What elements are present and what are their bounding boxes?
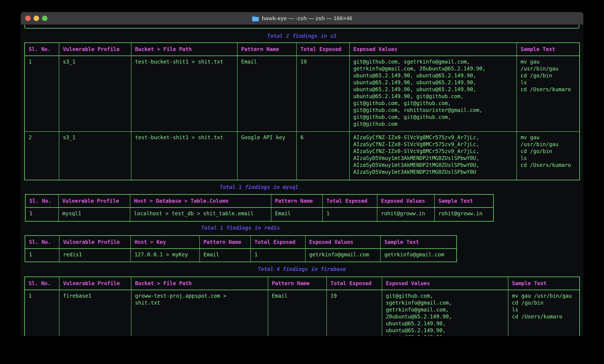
column-header: Host > Key [131,236,200,249]
table-cell: s3_1 [59,132,131,180]
screen-background: { "window": { "title": "hawk-eye — -zsh … [0,0,604,364]
table-cell: mv gau /usr/bin/gau cd /go/bin ls cd /Us… [517,56,580,132]
table-row: 1mysql1localhost > test_db > shit_table.… [25,208,493,221]
column-header: Total Exposed [323,195,377,208]
table-cell: rohit@groww.in [377,208,435,221]
close-button[interactable] [25,16,31,21]
table-cell: 1 [251,249,305,262]
terminal-window: hawk-eye — -zsh — zsh — 166×46 Total 2 f… [21,12,583,336]
table-cell: 1 [25,290,59,336]
table-cell: 19 [297,56,350,132]
table-cell: git@github.com, sgetrkinfo@gmail.com, ge… [350,56,517,132]
table-cell: 1 [25,56,59,132]
table-cell: test-bucket-shit1 > shit.txt [131,56,237,132]
table-cell: 1 [323,208,377,221]
findings-table-mysql: Sl. No.Vulnerable ProfileHost > Database… [25,194,494,222]
column-header: Exposed Values [350,43,517,56]
table-header-row: Sl. No.Vulnerable ProfileHost > KeyPatte… [25,236,457,249]
table-cell: test-bucket-shit1 > shit.txt [131,132,237,180]
window-title: hawk-eye — -zsh — zsh — 166×46 [262,15,352,22]
folder-icon [252,15,259,22]
terminal-content: Total 2 findings in s3Sl. No.Vulnerable … [21,25,583,336]
minimize-button[interactable] [34,16,39,21]
section-title-s3: Total 2 findings in s3 [24,33,579,39]
column-header: Vulnerable Profile [59,195,130,208]
table-cell: mysql1 [59,208,130,221]
column-header: Host > Database > Table.Column [130,195,271,208]
column-header: Bucket > File Path [131,43,237,56]
findings-table-redis: Sl. No.Vulnerable ProfileHost > KeyPatte… [25,235,457,262]
table-cell: s3_1 [59,56,131,132]
column-header: Exposed Values [382,277,508,290]
table-cell: rohit@groww.in [435,208,493,221]
table-cell: 127.0.0.1 > myKey [131,249,200,262]
column-header: Total Exposed [327,277,382,290]
column-header: Sample Text [435,195,493,208]
table-cell: mv gau /usr/bin/gau cd /go/bin ls cd /Us… [508,290,580,336]
zoom-button[interactable] [42,16,48,21]
table-cell: 2 [25,132,59,180]
table-cell: getrkinfo@gmail.com [305,249,380,262]
section-title-firebase: Total 4 findings in firebase [24,266,579,273]
column-header: Vulnerable Profile [59,43,131,56]
column-header: Vulnerable Profile [59,277,131,290]
column-header: Pattern Name [200,236,251,249]
column-header: Pattern Name [268,277,327,290]
table-row: 2s3_1test-bucket-shit1 > shit.txtGoogle … [25,132,580,180]
table-cell: 6 [297,132,350,180]
table-cell: git@github.com, sgetrkinfo@gmail.com, ge… [382,290,508,336]
column-header: Total Exposed [251,236,305,249]
column-header: Sl. No. [25,195,59,208]
table-cell: getrkinfo@gmail.com [380,249,457,262]
table-row: 1redis1127.0.0.1 > myKeyEmail1getrkinfo@… [25,249,457,262]
findings-table-firebase: Sl. No.Vulnerable ProfileBucket > File P… [24,276,580,336]
table-cell: 19 [327,290,382,336]
table-cell: Email [237,56,297,132]
table-cell: AIzaSyCfNZ-IZx0-SlVcVg8MCr575zv9_Ar7jLc,… [350,132,517,180]
table-header-row: Sl. No.Vulnerable ProfileHost > Database… [25,195,493,208]
titlebar-title-group: hawk-eye — -zsh — zsh — 166×46 [252,15,352,22]
table-cell: 1 [25,249,59,262]
table-row: 1firebase1groww-test-proj.appspot.com > … [25,290,580,336]
column-header: Bucket > File Path [131,277,268,290]
column-header: Sl. No. [25,236,59,249]
column-header: Sample Text [517,43,580,56]
column-header: Pattern Name [237,43,297,56]
column-header: Sl. No. [25,43,59,56]
table-row: 1s3_1test-bucket-shit1 > shit.txtEmail19… [25,56,580,132]
section-title-redis: Total 1 findings in redis [25,225,456,231]
table-cell: localhost > test_db > shit_table.email [130,208,271,221]
table-cell: Email [271,208,323,221]
column-header: Exposed Values [377,195,435,208]
table-header-row: Sl. No.Vulnerable ProfileBucket > File P… [25,277,580,290]
column-header: Total Exposed [297,43,350,56]
column-header: Sample Text [380,236,457,249]
column-header: Pattern Name [271,195,323,208]
column-header: Sl. No. [25,277,59,290]
titlebar[interactable]: hawk-eye — -zsh — zsh — 166×46 [21,12,583,25]
findings-table-s3: Sl. No.Vulnerable ProfileBucket > File P… [24,42,580,180]
table-cell: 1 [25,208,59,221]
table-cell: Email [200,249,251,262]
column-header: Vulnerable Profile [59,236,131,249]
table-cell: Email [268,290,327,336]
table-cell: redis1 [59,249,131,262]
window-controls [25,16,48,21]
column-header: Sample Text [508,277,580,290]
previous-table-bottom-border [24,25,579,29]
section-title-mysql: Total 1 findings in mysql [25,184,493,191]
table-cell: mv gau /usr/bin/gau cd /go/bin ls cd /Us… [517,132,580,180]
table-header-row: Sl. No.Vulnerable ProfileBucket > File P… [25,43,580,56]
table-cell: groww-test-proj.appspot.com > shit.txt [131,290,268,336]
table-cell: Google API key [237,132,297,180]
column-header: Exposed Values [305,236,380,249]
table-cell: firebase1 [59,290,131,336]
